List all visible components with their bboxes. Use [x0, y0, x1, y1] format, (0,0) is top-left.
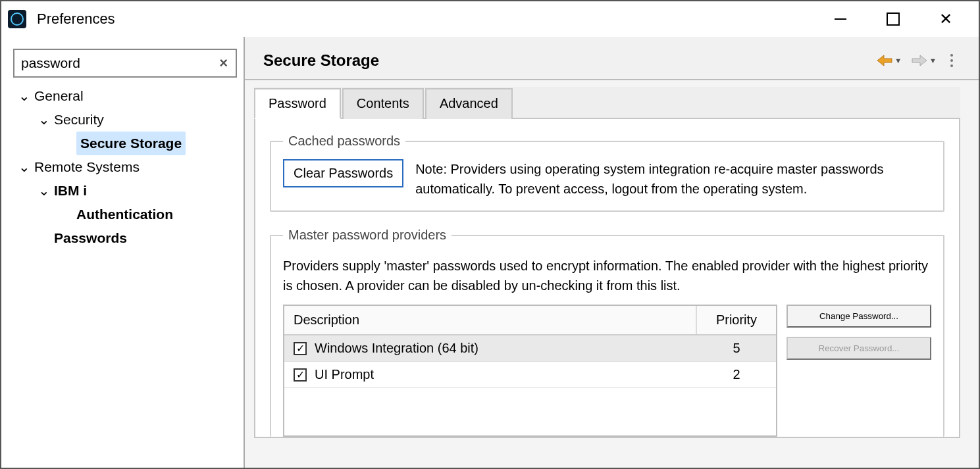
- tree-item-remote-systems[interactable]: ⌄ Remote Systems: [13, 155, 237, 179]
- tab-advanced[interactable]: Advanced: [425, 88, 513, 119]
- chevron-down-icon: ⌄: [18, 84, 30, 108]
- window-minimize-button[interactable]: [830, 9, 851, 30]
- tab-password[interactable]: Password: [254, 88, 341, 119]
- clear-passwords-button[interactable]: Clear Passwords: [283, 159, 403, 187]
- tree-item-ibm-i[interactable]: ⌄ IBM i: [13, 179, 237, 203]
- dropdown-caret-icon: ▼: [894, 57, 902, 64]
- forward-button[interactable]: ▼: [908, 53, 939, 68]
- providers-table: Description Priority Windows Integration…: [283, 305, 777, 437]
- chevron-down-icon: ⌄: [18, 155, 30, 179]
- master-password-providers-group: Master password providers Providers supp…: [270, 228, 944, 437]
- provider-checkbox[interactable]: [294, 368, 307, 382]
- column-header-description[interactable]: Description: [284, 306, 697, 334]
- page-title: Secure Storage: [263, 51, 379, 70]
- chevron-down-icon: ⌄: [38, 179, 50, 203]
- filter-input[interactable]: [20, 55, 217, 72]
- tab-contents[interactable]: Contents: [342, 88, 424, 119]
- provider-priority: 5: [697, 335, 776, 361]
- tree-item-secure-storage[interactable]: Secure Storage: [13, 132, 237, 155]
- tree-item-general[interactable]: ⌄ General: [13, 84, 237, 108]
- tab-panel-password: Cached passwords Clear Passwords Note: P…: [254, 119, 960, 438]
- provider-label: UI Prompt: [315, 367, 374, 382]
- arrow-left-icon: [876, 54, 893, 67]
- tree-item-passwords[interactable]: Passwords: [13, 226, 237, 250]
- preferences-page: Secure Storage ▼ ▼: [245, 37, 979, 468]
- table-empty-area: [284, 388, 776, 435]
- filter-box: ×: [13, 49, 237, 78]
- tabs: Password Contents Advanced: [254, 87, 960, 119]
- cached-passwords-group: Cached passwords Clear Passwords Note: P…: [270, 134, 944, 212]
- window-title: Preferences: [37, 11, 115, 28]
- view-menu-button[interactable]: [943, 53, 960, 68]
- dropdown-caret-icon: ▼: [929, 57, 937, 64]
- provider-row[interactable]: Windows Integration (64 bit)5: [284, 335, 776, 362]
- titlebar: Preferences ✕: [1, 1, 979, 37]
- provider-priority: 2: [697, 362, 776, 387]
- tree-item-security[interactable]: ⌄ Security: [13, 108, 237, 132]
- recover-password-button: Recover Password...: [787, 337, 931, 360]
- preferences-sidebar: × ⌄ General ⌄ Security Secure Storage ⌄ …: [1, 37, 245, 468]
- clear-filter-icon[interactable]: ×: [217, 55, 230, 72]
- preferences-tree: ⌄ General ⌄ Security Secure Storage ⌄ Re…: [13, 84, 237, 250]
- group-legend: Cached passwords: [283, 134, 405, 149]
- arrow-right-icon: [911, 54, 928, 67]
- window-close-button[interactable]: ✕: [935, 9, 956, 30]
- kebab-icon: [946, 54, 958, 67]
- provider-checkbox[interactable]: [294, 342, 307, 355]
- back-button[interactable]: ▼: [873, 53, 904, 68]
- cached-note: Note: Providers using operating system i…: [415, 159, 931, 199]
- tree-item-authentication[interactable]: Authentication: [13, 203, 237, 226]
- providers-description: Providers supply 'master' passwords used…: [283, 256, 931, 295]
- change-password-button[interactable]: Change Password...: [787, 305, 931, 328]
- group-legend: Master password providers: [283, 228, 451, 243]
- provider-row[interactable]: UI Prompt2: [284, 362, 776, 388]
- provider-label: Windows Integration (64 bit): [315, 341, 478, 356]
- app-icon: [8, 10, 26, 28]
- window-maximize-button[interactable]: [883, 9, 904, 30]
- chevron-down-icon: ⌄: [38, 108, 50, 132]
- column-header-priority[interactable]: Priority: [697, 306, 776, 334]
